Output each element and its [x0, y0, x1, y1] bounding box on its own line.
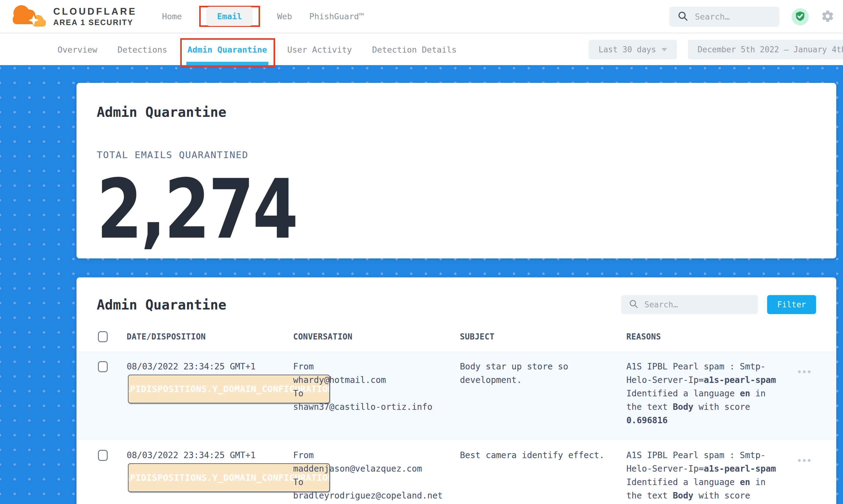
cloudflare-cloud-icon: [10, 3, 49, 30]
filter-button[interactable]: Filter: [767, 295, 816, 314]
date-controls: Last 30 days December 5th 2022 — January…: [589, 34, 843, 65]
column-header-conversation: CONVERSATION: [293, 332, 460, 341]
reasons-cell: A1S IPBL Pearl spam : Smtp-Helo-Server-I…: [626, 449, 784, 504]
from-label: From: [293, 449, 460, 462]
row-checkbox[interactable]: [98, 450, 108, 461]
conversation-cell: From whardy@hotmail.com To shawn37@casti…: [293, 360, 460, 414]
from-address: whardy@hotmail.com: [293, 373, 460, 387]
brand-subtitle: AREA 1 SECURITY: [53, 18, 137, 27]
date-range-selector[interactable]: Last 30 days: [589, 40, 677, 59]
nav-item-home[interactable]: Home: [162, 12, 182, 21]
chevron-down-icon: [662, 48, 667, 51]
shield-check-icon: [795, 11, 806, 23]
metric-label: TOTAL EMAILS QUARANTINED: [97, 149, 816, 160]
row-checkbox[interactable]: [98, 361, 108, 372]
to-label: To: [293, 475, 460, 489]
date-range-display[interactable]: December 5th 2022 — January 4th 2023: [688, 40, 843, 59]
table-search-input[interactable]: [645, 300, 750, 309]
table-row[interactable]: 08/03/2022 23:34:25 GMT+1 APIDISPOSITION…: [76, 352, 836, 440]
table-search[interactable]: [621, 295, 758, 314]
tab-admin-quarantine[interactable]: Admin Quarantine: [188, 34, 267, 65]
tab-detections[interactable]: Detections: [118, 34, 168, 65]
to-address: bradleyrodriguez@copeland.net: [293, 489, 460, 502]
conversation-cell: From maddenjason@velazquez.com To bradle…: [293, 449, 460, 502]
cloudflare-logo[interactable]: CLOUDFLARE AREA 1 SECURITY: [10, 3, 137, 30]
column-header-subject: SUBJECT: [460, 332, 626, 341]
summary-card-title: Admin Quarantine: [97, 104, 816, 120]
to-address: shawn37@castillo-ortiz.info: [293, 400, 460, 414]
to-label: To: [293, 387, 460, 400]
email-section-tabs: Overview Detections Admin Quarantine Use…: [0, 34, 843, 65]
quarantine-table-card: Admin Quarantine Filter DATE/DISPOSITION: [76, 277, 836, 504]
table-row[interactable]: 08/03/2022 23:34:25 GMT+1 APIDISPOSITION…: [76, 440, 836, 504]
search-icon: [629, 300, 638, 310]
table-body: 08/03/2022 23:34:25 GMT+1 APIDISPOSITION…: [76, 352, 836, 504]
dashboard-canvas: Admin Quarantine TOTAL EMAILS QUARANTINE…: [0, 65, 843, 504]
settings-gear-icon[interactable]: [821, 10, 835, 24]
subject-cell: Body star up store so development.: [460, 360, 613, 387]
row-actions-menu-icon[interactable]: [798, 370, 836, 373]
tab-detection-details[interactable]: Detection Details: [372, 34, 457, 65]
tab-overview[interactable]: Overview: [57, 34, 97, 65]
global-search-input[interactable]: [695, 12, 771, 21]
date-disposition-cell: 08/03/2022 23:34:25 GMT+1 APIDISPOSITION…: [127, 360, 293, 373]
active-tab-underline: [186, 62, 268, 65]
row-date: 08/03/2022 23:34:25 GMT+1: [127, 450, 256, 460]
subject-cell: Best camera identify effect.: [460, 449, 613, 462]
total-emails-quarantined-value: 2,274: [97, 168, 297, 250]
search-icon: [678, 11, 688, 23]
header-right-group: [669, 0, 835, 33]
table-actions: Filter: [621, 295, 816, 314]
annotation-box-email-tab: Email: [199, 6, 260, 27]
quarantine-card-title: Admin Quarantine: [97, 297, 226, 312]
summary-card: Admin Quarantine TOTAL EMAILS QUARANTINE…: [76, 83, 836, 258]
from-label: From: [293, 360, 460, 373]
nav-item-web[interactable]: Web: [277, 12, 292, 21]
global-search[interactable]: [669, 7, 779, 27]
main-nav: Home Email Web PhishGuard™: [162, 6, 364, 27]
tab-user-activity[interactable]: User Activity: [287, 34, 352, 65]
reasons-cell: A1S IPBL Pearl spam : Smtp-Helo-Server-I…: [626, 360, 784, 427]
protection-status-badge[interactable]: [792, 8, 809, 25]
date-disposition-cell: 08/03/2022 23:34:25 GMT+1 APIDISPOSITION…: [127, 449, 293, 462]
row-actions-menu-icon[interactable]: [798, 459, 836, 462]
table-header-row: DATE/DISPOSITION CONVERSATION SUBJECT RE…: [76, 322, 836, 352]
top-header: CLOUDFLARE AREA 1 SECURITY Home Email We…: [0, 0, 843, 33]
column-header-reasons: REASONS: [626, 332, 795, 341]
from-address: maddenjason@velazquez.com: [293, 462, 460, 475]
nav-item-email[interactable]: Email: [206, 7, 253, 26]
brand-name: CLOUDFLARE: [53, 6, 137, 17]
select-all-checkbox[interactable]: [98, 331, 108, 342]
nav-item-phishguard[interactable]: PhishGuard™: [309, 12, 364, 21]
row-date: 08/03/2022 23:34:25 GMT+1: [127, 361, 256, 372]
column-header-date-disposition: DATE/DISPOSITION: [127, 332, 293, 341]
